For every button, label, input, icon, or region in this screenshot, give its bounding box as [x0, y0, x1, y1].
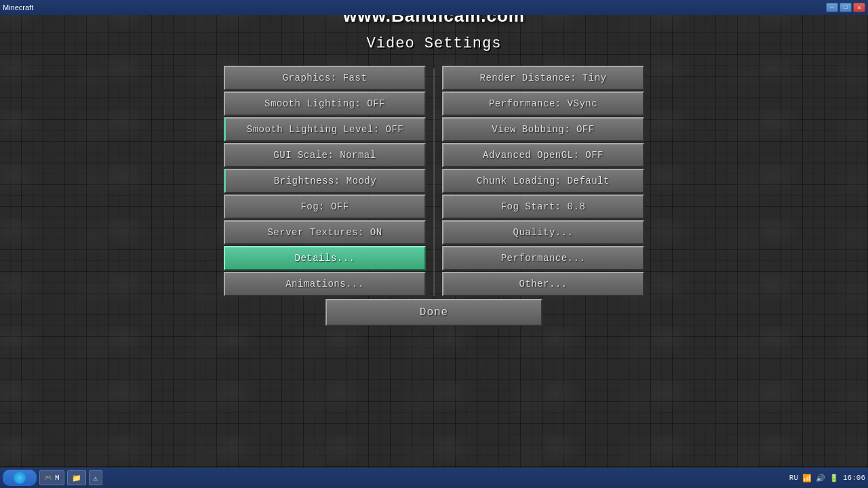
power-icon: 🔋 — [829, 474, 839, 483]
setting-btn-fog_start[interactable]: Fog Start: 0.8 — [442, 195, 644, 219]
setting-btn-server_textures[interactable]: Server Textures: ON — [224, 220, 426, 245]
close-button[interactable]: ✕ — [853, 3, 865, 12]
setting-btn-chunk_loading[interactable]: Chunk Loading: Default — [442, 169, 644, 193]
title-bar: Minecraft — □ ✕ — [0, 0, 868, 15]
column-divider — [431, 66, 437, 296]
taskbar-left: 🎮 M 📁 ⚠ — [3, 470, 102, 486]
window-title: Minecraft — [3, 3, 33, 12]
setting-btn-brightness[interactable]: Brightness: Moody — [224, 169, 426, 193]
setting-btn-quality[interactable]: Quality... — [442, 220, 644, 245]
start-icon — [14, 472, 26, 484]
setting-btn-fog[interactable]: Fog: OFF — [224, 195, 426, 219]
maximize-button[interactable]: □ — [840, 3, 852, 12]
window-controls: — □ ✕ — [826, 3, 865, 12]
setting-btn-smooth_lighting_level[interactable]: Smooth Lighting Level: OFF — [224, 117, 426, 142]
done-button[interactable]: Done — [326, 299, 542, 326]
setting-btn-advanced_opengl[interactable]: Advanced OpenGL: OFF — [442, 143, 644, 167]
setting-btn-performance_vsync[interactable]: Performance: VSync — [442, 92, 644, 116]
setting-btn-gui_scale[interactable]: GUI Scale: Normal — [224, 143, 426, 167]
setting-btn-animations[interactable]: Animations... — [224, 272, 426, 296]
settings-right-column: Render Distance: TinyPerformance: VSyncV… — [442, 66, 644, 296]
clock: 16:06 — [843, 474, 865, 482]
setting-btn-graphics[interactable]: Graphics: Fast — [224, 66, 426, 90]
taskbar-folder-item[interactable]: 📁 — [67, 470, 86, 485]
setting-btn-smooth_lighting[interactable]: Smooth Lighting: OFF — [224, 92, 426, 116]
divider-line — [433, 68, 435, 296]
taskbar-item-label: M — [55, 474, 60, 482]
main-content: Video Settings Graphics: FastSmooth Ligh… — [0, 15, 868, 468]
setting-btn-details[interactable]: Details... — [224, 246, 426, 270]
settings-container: Graphics: FastSmooth Lighting: OFFSmooth… — [224, 66, 644, 296]
volume-icon: 🔊 — [816, 474, 825, 483]
minimize-button[interactable]: — — [826, 3, 838, 12]
taskbar-right: RU 📶 🔊 🔋 16:06 — [789, 474, 865, 483]
taskbar-item-icon: 🎮 — [44, 474, 52, 482]
network-icon: 📶 — [802, 474, 812, 483]
setting-btn-other[interactable]: Other... — [442, 272, 644, 296]
warning-icon: ⚠ — [94, 474, 98, 483]
folder-icon: 📁 — [72, 474, 81, 483]
taskbar-warning-item[interactable]: ⚠ — [89, 470, 103, 485]
setting-btn-render_distance[interactable]: Render Distance: Tiny — [442, 66, 644, 90]
start-button[interactable] — [3, 470, 37, 486]
page-title: Video Settings — [367, 35, 502, 52]
language-indicator: RU — [789, 474, 798, 482]
settings-left-column: Graphics: FastSmooth Lighting: OFFSmooth… — [224, 66, 426, 296]
taskbar-minecraft-item[interactable]: 🎮 M — [39, 470, 64, 485]
setting-btn-performance[interactable]: Performance... — [442, 246, 644, 270]
setting-btn-view_bobbing[interactable]: View Bobbing: OFF — [442, 117, 644, 142]
taskbar: 🎮 M 📁 ⚠ RU 📶 🔊 🔋 16:06 — [0, 468, 868, 488]
